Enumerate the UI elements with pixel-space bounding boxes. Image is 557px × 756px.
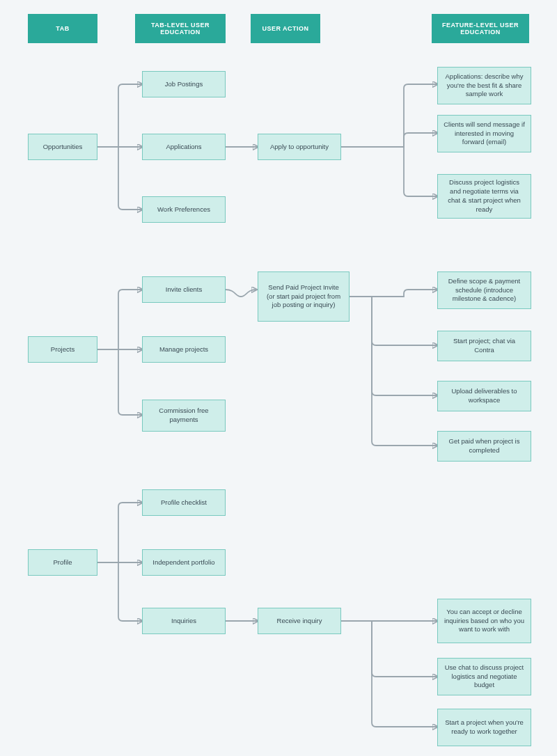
feature-prof-use-chat: Use chat to discuss project logistics an…	[437, 658, 531, 695]
diagram-canvas: TAB TAB-LEVEL USER EDUCATION USER ACTION…	[0, 0, 557, 756]
tablevel-applications: Applications	[142, 134, 226, 160]
tablevel-inquiries: Inquiries	[142, 608, 226, 634]
tab-projects: Projects	[28, 336, 97, 363]
feature-proj-get-paid: Get paid when project is completed	[437, 431, 531, 462]
tablevel-commission-free-payments: Commission free payments	[142, 400, 226, 432]
tablevel-independent-portfolio: Independent portfolio	[142, 549, 226, 576]
tablevel-job-postings: Job Postings	[142, 71, 226, 97]
tablevel-profile-checklist: Profile checklist	[142, 489, 226, 516]
tablevel-invite-clients: Invite clients	[142, 276, 226, 303]
useraction-send-paid-project-invite: Send Paid Project Invite (or start paid …	[258, 271, 350, 322]
feature-prof-start-project: Start a project when you're ready to wor…	[437, 709, 531, 746]
feature-proj-start-chat: Start project; chat via Contra	[437, 331, 531, 361]
feature-opp-applications-describe: Applications: describe why you're the be…	[437, 67, 531, 104]
tablevel-work-preferences: Work Preferences	[142, 196, 226, 223]
feature-opp-clients-message: Clients will send message if interested …	[437, 115, 531, 152]
feature-proj-define-scope: Define scope & payment schedule (introdu…	[437, 271, 531, 309]
useraction-receive-inquiry: Receive inquiry	[258, 608, 341, 634]
tab-opportunities: Opportunities	[28, 134, 97, 160]
feature-prof-accept-decline: You can accept or decline inquiries base…	[437, 599, 531, 643]
feature-opp-discuss-logistics: Discuss project logistics and negotiate …	[437, 174, 531, 219]
tablevel-manage-projects: Manage projects	[142, 336, 226, 363]
useraction-apply-to-opportunity: Apply to opportunity	[258, 134, 341, 160]
tab-profile: Profile	[28, 549, 97, 576]
feature-proj-upload-deliverables: Upload deliverables to workspace	[437, 381, 531, 411]
